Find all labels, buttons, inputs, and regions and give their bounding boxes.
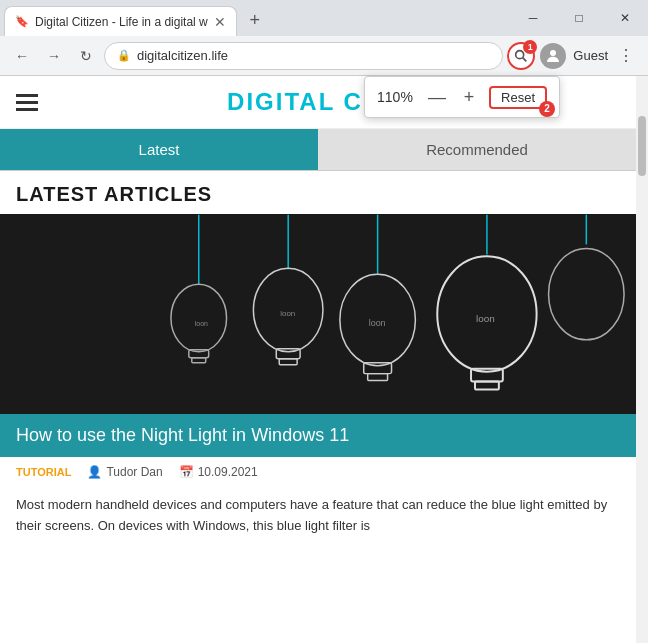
svg-rect-3 <box>0 215 636 414</box>
tab-latest[interactable]: Latest <box>0 129 318 170</box>
badge-1: 1 <box>523 40 537 54</box>
article-date: 📅 10.09.2021 <box>179 465 258 479</box>
tab-recommended[interactable]: Recommended <box>318 129 636 170</box>
zoom-plus-button[interactable]: + <box>457 85 481 109</box>
tab-favicon: 🔖 <box>15 15 29 29</box>
refresh-button[interactable]: ↻ <box>72 42 100 70</box>
article-hero-image: loon loon loon <box>0 214 636 414</box>
browser-window: 🔖 Digital Citizen - Life in a digital w … <box>0 0 648 643</box>
zoom-popup: 110% — + Reset 2 <box>364 76 560 118</box>
scrollbar[interactable] <box>636 76 648 643</box>
toolbar: ← → ↻ 🔒 digitalcitizen.life 1 <box>0 36 648 76</box>
svg-text:loon: loon <box>476 313 495 324</box>
window-controls: ─ □ ✕ <box>510 0 648 36</box>
badge-2: 2 <box>539 101 555 117</box>
profile-avatar <box>540 43 566 69</box>
reset-wrapper: Reset 2 <box>489 86 547 109</box>
svg-point-0 <box>516 50 524 58</box>
active-tab[interactable]: 🔖 Digital Citizen - Life in a digital w … <box>4 6 237 36</box>
close-button[interactable]: ✕ <box>602 0 648 36</box>
scrollbar-thumb[interactable] <box>638 116 646 176</box>
author-icon: 👤 <box>87 465 102 479</box>
forward-button[interactable]: → <box>40 42 68 70</box>
person-icon <box>544 47 562 65</box>
browser-menu-button[interactable]: ⋮ <box>612 42 640 70</box>
back-button[interactable]: ← <box>8 42 36 70</box>
zoom-icon-button[interactable]: 1 <box>507 42 535 70</box>
website-content: DIGITAL CITIZEN Latest Recommended LATES… <box>0 76 648 643</box>
svg-text:loon: loon <box>280 309 295 318</box>
new-tab-button[interactable]: + <box>241 6 269 34</box>
article-author: 👤 Tudor Dan <box>87 465 162 479</box>
zoom-level: 110% <box>377 89 417 105</box>
svg-line-1 <box>523 57 527 61</box>
lock-icon: 🔒 <box>117 49 131 62</box>
zoom-icon-wrapper: 1 <box>507 42 535 70</box>
calendar-icon: 📅 <box>179 465 194 479</box>
article-title: How to use the Night Light in Windows 11 <box>16 424 620 447</box>
article-title-bar: How to use the Night Light in Windows 11 <box>0 414 636 457</box>
tab-close-button[interactable]: ✕ <box>214 14 226 30</box>
tab-title: Digital Citizen - Life in a digital w <box>35 15 208 29</box>
svg-point-2 <box>550 50 556 56</box>
zoom-minus-button[interactable]: — <box>425 85 449 109</box>
latest-articles-heading: LATEST ARTICLES <box>0 171 636 214</box>
bulbs-illustration: loon loon loon <box>0 214 636 414</box>
svg-text:loon: loon <box>369 318 386 328</box>
minimize-button[interactable]: ─ <box>510 0 556 36</box>
guest-label: Guest <box>573 48 608 63</box>
hamburger-menu[interactable] <box>16 90 38 115</box>
article-excerpt: Most modern handheld devices and compute… <box>0 487 636 553</box>
content-area: DIGITAL CITIZEN Latest Recommended LATES… <box>0 76 636 643</box>
svg-text:loon: loon <box>195 320 208 327</box>
zoom-reset-button[interactable]: Reset <box>489 86 547 109</box>
tab-bar: 🔖 Digital Citizen - Life in a digital w … <box>0 0 648 36</box>
article-category: TUTORIAL <box>16 466 71 478</box>
toolbar-right: 1 Guest ⋮ <box>507 42 640 70</box>
maximize-button[interactable]: □ <box>556 0 602 36</box>
article-meta: TUTORIAL 👤 Tudor Dan 📅 10.09.2021 <box>0 457 636 487</box>
profile-button[interactable] <box>539 42 567 70</box>
address-text: digitalcitizen.life <box>137 48 228 63</box>
address-bar[interactable]: 🔒 digitalcitizen.life <box>104 42 503 70</box>
nav-tabs: Latest Recommended <box>0 129 636 171</box>
